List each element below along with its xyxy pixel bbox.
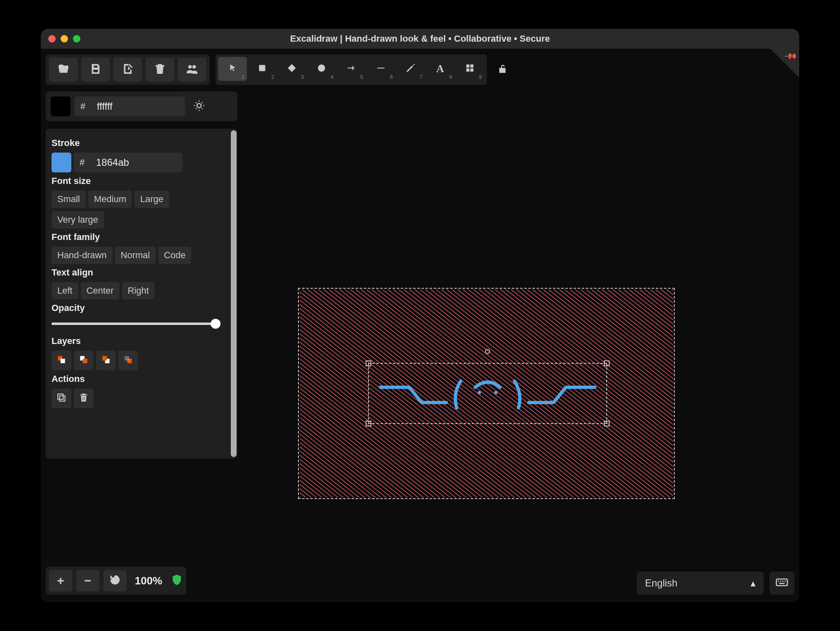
language-select[interactable]: English ▴: [637, 572, 764, 595]
background-swatch[interactable]: [51, 97, 70, 116]
resize-handle-tl[interactable]: [366, 360, 371, 366]
resize-handle-bl[interactable]: [366, 421, 371, 426]
shortcuts-button[interactable]: [770, 572, 794, 595]
text-align-right[interactable]: Right: [122, 282, 155, 299]
window-title: Excalidraw | Hand-drawn look & feel • Co…: [41, 33, 799, 44]
maximize-window-button[interactable]: [73, 35, 80, 42]
panel-scrollbar[interactable]: [231, 130, 237, 457]
svg-rect-7: [470, 68, 474, 72]
slider-thumb[interactable]: [211, 319, 221, 329]
resize-handle-tr[interactable]: [604, 360, 610, 366]
tool-ellipse[interactable]: 4: [307, 57, 336, 81]
slider-track: [52, 323, 220, 325]
font-family-hand-drawn[interactable]: Hand-drawn: [52, 247, 113, 264]
svg-point-8: [197, 104, 201, 108]
rotate-handle[interactable]: [485, 349, 490, 354]
zoom-out-button[interactable]: −: [76, 570, 99, 591]
arrow-icon: [346, 63, 357, 75]
users-icon: [186, 63, 198, 77]
tool-rectangle[interactable]: 2: [248, 57, 277, 81]
font-size-large[interactable]: Large: [134, 191, 169, 208]
chevron-up-icon: ▴: [751, 577, 756, 589]
zoom-panel: + − 100%: [46, 567, 186, 595]
export-icon: [122, 63, 134, 77]
reset-icon: [109, 574, 121, 588]
delete-button[interactable]: [74, 388, 94, 408]
trash-icon: [154, 63, 166, 77]
clear-canvas-button[interactable]: [145, 58, 174, 82]
trash-icon: [78, 392, 89, 405]
tool-shortcut: 7: [420, 74, 422, 80]
font-size-label: Font size: [52, 176, 226, 186]
minimize-window-button[interactable]: [61, 35, 68, 42]
tool-text[interactable]: A 8: [426, 57, 455, 81]
tool-arrow[interactable]: 5: [337, 57, 366, 81]
grid-icon: [465, 63, 475, 75]
line-icon: [375, 63, 386, 75]
save-icon: [89, 63, 102, 77]
stroke-color-input[interactable]: [90, 153, 183, 172]
bring-forward-button[interactable]: [96, 351, 116, 370]
tool-shortcut: 1: [242, 74, 244, 80]
font-size-very-large[interactable]: Very large: [52, 211, 104, 228]
sun-icon: [193, 99, 205, 113]
stroke-swatch[interactable]: [52, 153, 71, 172]
tool-shortcut: 6: [390, 74, 393, 80]
tool-draw[interactable]: 7: [396, 57, 425, 81]
svg-rect-25: [785, 581, 786, 582]
svg-rect-10: [61, 359, 65, 363]
tool-shortcut: 3: [301, 74, 304, 80]
keyboard-icon: [775, 576, 788, 591]
bring-to-front-button[interactable]: [118, 351, 138, 370]
font-size-small[interactable]: Small: [52, 191, 86, 208]
tool-diamond[interactable]: 3: [277, 57, 306, 81]
background-color-input[interactable]: [91, 97, 185, 116]
font-family-code[interactable]: Code: [158, 247, 192, 264]
bring-to-front-icon: [123, 354, 134, 367]
text-align-left[interactable]: Left: [52, 282, 78, 299]
send-to-back-button[interactable]: [52, 351, 71, 370]
hash-label: #: [75, 97, 91, 116]
duplicate-icon: [56, 392, 67, 405]
svg-rect-23: [780, 581, 781, 582]
zoom-reset-button[interactable]: [103, 570, 127, 591]
encryption-badge[interactable]: [171, 574, 183, 588]
app-window: Excalidraw | Hand-drawn look & feel • Co…: [41, 29, 799, 602]
hash-label: #: [74, 153, 90, 172]
open-button[interactable]: [49, 58, 78, 82]
zoom-in-button[interactable]: +: [49, 570, 72, 591]
tool-shortcut: 8: [449, 74, 452, 80]
text-align-center[interactable]: Center: [81, 282, 120, 299]
zoom-level[interactable]: 100%: [131, 574, 167, 587]
collaborate-button[interactable]: [178, 58, 206, 82]
dark-mode-toggle[interactable]: [189, 97, 209, 116]
minus-icon: −: [84, 574, 92, 588]
resize-handle-br[interactable]: [604, 421, 610, 426]
lock-tool-button[interactable]: [493, 54, 513, 85]
save-button[interactable]: [81, 58, 110, 82]
stroke-label: Stroke: [52, 138, 226, 148]
close-window-button[interactable]: [48, 35, 56, 42]
font-size-medium[interactable]: Medium: [88, 191, 132, 208]
plus-icon: +: [57, 574, 64, 588]
file-actions-panel: [46, 54, 210, 85]
tool-selection[interactable]: 1: [218, 57, 247, 81]
svg-rect-5: [470, 64, 474, 68]
font-family-label: Font family: [52, 232, 226, 243]
folder-open-icon: [57, 63, 70, 77]
send-backward-button[interactable]: [74, 351, 94, 370]
opacity-slider[interactable]: [52, 318, 220, 330]
font-family-normal[interactable]: Normal: [115, 247, 156, 264]
svg-rect-18: [60, 396, 65, 401]
svg-rect-21: [777, 579, 788, 586]
tool-line[interactable]: 6: [366, 57, 395, 81]
layers-label: Layers: [52, 336, 226, 346]
export-button[interactable]: [113, 58, 142, 82]
canvas-selection-group[interactable]: [300, 290, 673, 497]
duplicate-button[interactable]: [52, 388, 71, 408]
canvas-background-panel: #: [46, 92, 237, 121]
tool-panel: 1 2 3 4 5: [216, 54, 487, 85]
tool-library[interactable]: 9: [455, 57, 484, 81]
bottom-right-panel: English ▴: [637, 572, 794, 595]
svg-rect-22: [778, 581, 779, 582]
